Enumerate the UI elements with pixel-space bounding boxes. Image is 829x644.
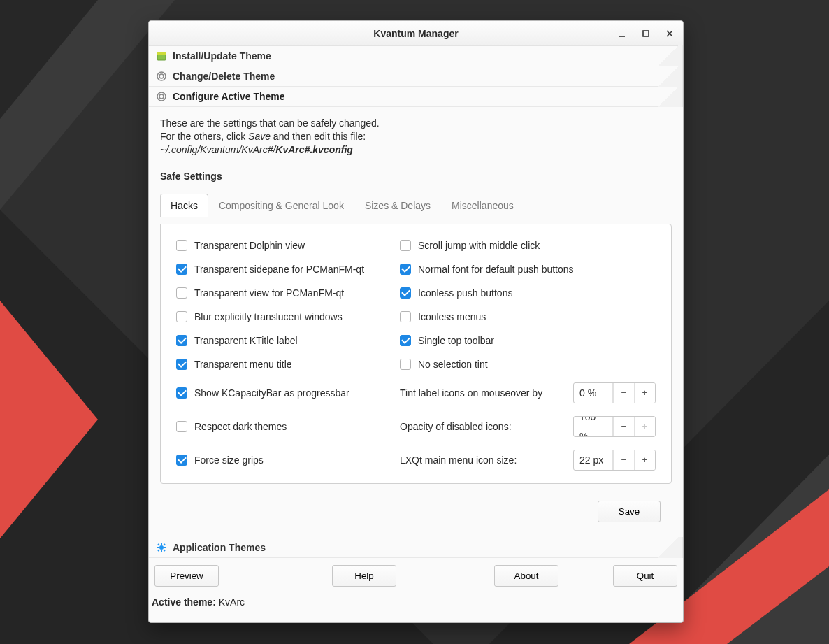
- intro-path: ~/.config/Kvantum/KvArc#/KvArc#.kvconfig: [160, 143, 672, 157]
- statusbar: Active theme: KvArc: [149, 592, 683, 612]
- check-transparent-view-pcmanfm[interactable]: Transparent view for PCManFM-qt: [176, 287, 386, 299]
- settings-tabbar: Hacks Compositing & General Look Sizes &…: [160, 193, 672, 217]
- section-application-themes[interactable]: Application Themes: [149, 538, 683, 558]
- check-label: Transparent sidepane for PCManFM-qt: [194, 264, 364, 275]
- about-button[interactable]: About: [494, 565, 558, 587]
- check-transparent-sidepane-pcmanfm[interactable]: Transparent sidepane for PCManFM-qt: [176, 264, 386, 275]
- spinbox[interactable]: 0 % − +: [573, 382, 656, 403]
- spinbox-value[interactable]: 0 %: [574, 383, 613, 403]
- check-transparent-menu-title[interactable]: Transparent menu title: [176, 359, 386, 370]
- section-change-delete-theme[interactable]: Change/Delete Theme: [149, 66, 683, 87]
- spinner-tint-label-icons: Tint label icons on mouseover by 0 % − +: [400, 382, 656, 403]
- footer-buttons: Preview Help About Quit: [149, 558, 683, 592]
- checkbox[interactable]: [176, 311, 187, 322]
- check-label: Force size grips: [194, 455, 264, 466]
- preview-button[interactable]: Preview: [154, 565, 219, 587]
- section-label: Configure Active Theme: [173, 91, 285, 102]
- checkbox[interactable]: [176, 240, 187, 251]
- checkbox[interactable]: [176, 455, 187, 466]
- check-label: Scroll jump with middle click: [418, 240, 540, 251]
- spinbox-minus[interactable]: −: [613, 383, 634, 403]
- spinbox-value[interactable]: 22 px: [574, 450, 613, 470]
- svg-point-14: [157, 72, 166, 80]
- checkbox[interactable]: [176, 421, 187, 432]
- checkbox[interactable]: [176, 359, 187, 370]
- intro-line-2: For the others, click Save and then edit…: [160, 130, 672, 143]
- section-install-update-theme[interactable]: Install/Update Theme: [149, 46, 683, 66]
- spinbox-plus: +: [634, 417, 655, 436]
- spinbox-value[interactable]: 100 %: [574, 416, 613, 437]
- checkbox[interactable]: [176, 264, 187, 275]
- save-row: Save: [160, 491, 672, 528]
- check-label: Respect dark themes: [194, 421, 287, 432]
- section-label: Change/Delete Theme: [173, 71, 275, 82]
- spinbox[interactable]: 100 % − +: [573, 416, 656, 437]
- svg-rect-12: [157, 54, 166, 60]
- spinner-label: LXQt main menu icon size:: [400, 455, 517, 466]
- check-kcapacitybar-progressbar[interactable]: Show KCapacityBar as progressbar: [176, 382, 386, 403]
- tab-sizes-delays[interactable]: Sizes & Delays: [354, 194, 441, 217]
- spinbox-minus[interactable]: −: [613, 417, 634, 436]
- svg-point-17: [159, 94, 164, 99]
- package-icon: [156, 50, 167, 62]
- window-content: Install/Update Theme Change/Delete Theme…: [149, 46, 683, 622]
- spinner-label: Tint label icons on mouseover by: [400, 387, 542, 399]
- spinner-label: Opacity of disabled icons:: [400, 421, 512, 432]
- quit-button[interactable]: Quit: [613, 565, 677, 587]
- check-scroll-jump-middle[interactable]: Scroll jump with middle click: [400, 240, 656, 251]
- check-transparent-dolphin-view[interactable]: Transparent Dolphin view: [176, 240, 386, 251]
- titlebar[interactable]: Kvantum Manager: [149, 21, 683, 46]
- tab-compositing[interactable]: Compositing & General Look: [208, 194, 354, 217]
- spinbox[interactable]: 22 px − +: [573, 450, 656, 471]
- window-title: Kvantum Manager: [373, 28, 458, 39]
- spinbox-plus[interactable]: +: [634, 383, 655, 403]
- svg-rect-9: [643, 31, 649, 36]
- intro-text: These are the settings that can be safel…: [160, 117, 672, 157]
- tab-hacks[interactable]: Hacks: [160, 194, 208, 217]
- check-label: Transparent view for PCManFM-qt: [194, 287, 344, 299]
- svg-line-26: [164, 544, 165, 545]
- spiral-icon: [156, 71, 167, 82]
- desktop-background: Kvantum Manager Install/Update Theme: [0, 0, 829, 644]
- checkbox[interactable]: [400, 359, 411, 370]
- checkbox[interactable]: [400, 287, 411, 299]
- checkbox[interactable]: [400, 335, 411, 346]
- status-value: KvArc: [219, 596, 245, 608]
- minimize-button[interactable]: [613, 24, 631, 43]
- section-label: Install/Update Theme: [173, 50, 271, 62]
- checkbox[interactable]: [176, 387, 187, 399]
- check-label: Iconless menus: [418, 311, 486, 322]
- check-respect-dark-themes[interactable]: Respect dark themes: [176, 416, 386, 437]
- maximize-button[interactable]: [637, 24, 655, 43]
- check-blur-translucent-windows[interactable]: Blur explicitly translucent windows: [176, 311, 386, 322]
- check-transparent-ktitle[interactable]: Transparent KTitle label: [176, 335, 386, 346]
- check-single-top-toolbar[interactable]: Single top toolbar: [400, 335, 656, 346]
- checkbox[interactable]: [400, 311, 411, 322]
- check-normal-font-push-buttons[interactable]: Normal font for default push buttons: [400, 264, 656, 275]
- svg-rect-13: [157, 52, 166, 55]
- tab-miscellaneous[interactable]: Miscellaneous: [441, 194, 524, 217]
- help-button[interactable]: Help: [332, 565, 396, 587]
- checkbox[interactable]: [400, 240, 411, 251]
- configure-body: These are the settings that can be safel…: [149, 107, 683, 535]
- close-button[interactable]: [661, 24, 679, 43]
- check-label: Normal font for default push buttons: [418, 264, 574, 275]
- hacks-pane: Transparent Dolphin view Transparent sid…: [160, 224, 672, 484]
- spinbox-plus[interactable]: +: [634, 450, 655, 470]
- check-label: Transparent menu title: [194, 359, 292, 370]
- section-configure-active-theme[interactable]: Configure Active Theme: [149, 87, 683, 107]
- svg-point-15: [159, 74, 164, 78]
- spinbox-minus[interactable]: −: [613, 450, 634, 470]
- svg-line-24: [164, 550, 165, 551]
- spiral-icon: [156, 91, 167, 102]
- svg-line-25: [158, 550, 159, 551]
- check-force-size-grips[interactable]: Force size grips: [176, 450, 386, 471]
- check-iconless-push-buttons[interactable]: Iconless push buttons: [400, 287, 656, 299]
- check-iconless-menus[interactable]: Iconless menus: [400, 311, 656, 322]
- checkbox[interactable]: [176, 335, 187, 346]
- checkbox[interactable]: [176, 287, 187, 299]
- check-no-selection-tint[interactable]: No selection tint: [400, 359, 656, 370]
- checkbox[interactable]: [400, 264, 411, 275]
- app-window: Kvantum Manager Install/Update Theme: [148, 20, 684, 623]
- save-button[interactable]: Save: [598, 501, 661, 522]
